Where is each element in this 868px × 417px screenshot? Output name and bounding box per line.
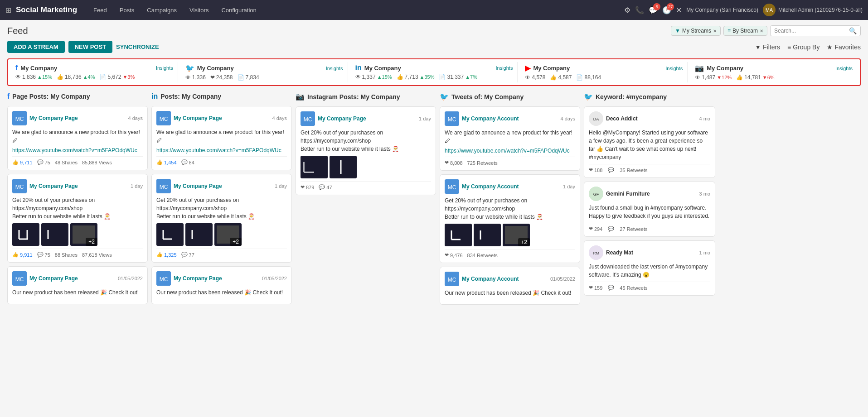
clock-icon[interactable]: 🕐 27 (662, 6, 671, 14)
tweet-footer: ❤188 💬 35 Retweets (589, 164, 710, 173)
stat-li-insights[interactable]: Insights (495, 65, 513, 71)
col-li-scroll[interactable]: MC My Company Page 4 days We are glad to… (151, 106, 292, 308)
tweet-card: DA Deco Addict 4 mo Hello @MyCompany! St… (584, 106, 715, 178)
add-stream-button[interactable]: ADD A STREAM (7, 41, 65, 53)
post-card: MC My Company Page 01/05/2022 Our new pr… (151, 266, 292, 304)
author-name[interactable]: My Company Page (174, 183, 222, 189)
filter-by-stream-close[interactable]: ✕ (760, 29, 763, 34)
author-name[interactable]: My Company Page (174, 115, 222, 121)
svg-text:MC: MC (15, 276, 24, 283)
filter-my-streams-close[interactable]: ✕ (713, 29, 717, 34)
yt-metric-1: 4,587 (558, 74, 572, 81)
author-name[interactable]: My Company Page (174, 275, 222, 282)
search-box[interactable]: 🔍 (770, 25, 861, 36)
col-header-tw: 🐦 Tweets of: My Company (440, 92, 580, 103)
filter-by-stream[interactable]: ≡ By Stream ✕ (723, 26, 767, 36)
col-header-fb: f Page Posts: My Company (7, 92, 148, 102)
tweet-text: Just found a small bug in #mycompany sof… (589, 204, 710, 220)
svg-rect-4 (15, 225, 37, 244)
tweet-header: DA Deco Addict 4 mo (589, 111, 710, 126)
svg-text:MC: MC (448, 116, 456, 123)
col-ig-icon: 📷 (296, 92, 305, 101)
post-link[interactable]: https://www.youtube.com/watch?v=m5FAPOdq… (156, 147, 287, 153)
stat-yt-insights[interactable]: Insights (665, 66, 683, 71)
post-views: 87,618 Views (82, 252, 112, 258)
tweet-author: DA Deco Addict (589, 111, 638, 126)
tweet-time: 1 mo (699, 250, 710, 255)
col-ig-scroll[interactable]: MC My Company Page 1 day Get 20% out of … (296, 106, 436, 199)
new-post-button[interactable]: NEW POST (68, 41, 112, 53)
filter-my-streams[interactable]: ▼ My Streams ✕ (671, 26, 721, 36)
post-card: MC My Company Page 4 days We are glad to… (7, 106, 148, 170)
author-name[interactable]: My Company Account (462, 183, 519, 190)
nav-feed[interactable]: Feed (88, 4, 112, 16)
col-tw-scroll[interactable]: MC My Company Account 4 days We are glad… (440, 106, 580, 308)
tw-metric-0: 1,336 (192, 74, 206, 81)
post-views: 85,888 Views (82, 160, 112, 165)
tweet-footer: ❤294 💬 27 Retweets (589, 223, 710, 232)
settings-icon[interactable]: ⚙ (624, 6, 630, 14)
stat-fb-name: My Company (20, 65, 57, 72)
tweet-comments: 💬 (608, 226, 614, 232)
post-images (301, 156, 431, 178)
nav-configuration[interactable]: Configuration (216, 4, 262, 16)
sync-button[interactable]: SYNCHRONIZE (116, 43, 159, 50)
tweet-card: RM Ready Mat 1 mo Just downloaded the la… (584, 240, 715, 296)
top-nav: ⊞ Social Marketing Feed Posts Campaigns … (0, 0, 868, 20)
nav-campaigns[interactable]: Campaigns (141, 4, 182, 16)
tweet-comments: 💬 (608, 285, 614, 291)
svg-text:MC: MC (304, 116, 312, 123)
feed-filters: ▼ My Streams ✕ ≡ By Stream ✕ 🔍 (671, 25, 861, 36)
post-link[interactable]: https://www.youtube.com/watch?v=m5FAPOdq… (445, 148, 575, 154)
col-fb-title: Page Posts: My Company (12, 93, 90, 100)
stat-tw-insights[interactable]: Insights (326, 66, 343, 71)
filter-my-streams-label: My Streams (682, 28, 711, 34)
avatar: MC (12, 111, 27, 125)
col-tw-title: Tweets of: My Company (451, 93, 524, 101)
post-time: 01/05/2022 (550, 276, 575, 282)
favorites-btn[interactable]: ★ Favorites (827, 43, 861, 51)
tweet-author-name: Ready Mat (606, 249, 633, 256)
group-by-btn[interactable]: ≡ Group By (787, 43, 820, 51)
stat-card-twitter: 🐦 My Company Insights 👁1,336 ❤24,358 📄7,… (181, 62, 348, 82)
svg-text:MC: MC (160, 184, 168, 190)
author-name[interactable]: My Company Page (318, 115, 366, 122)
phone-icon[interactable]: 📞 (635, 6, 644, 14)
action-right: ▼ Filters ≡ Group By ★ Favorites (755, 43, 861, 51)
post-image (185, 223, 213, 246)
column-tw-tweets: 🐦 Tweets of: My Company MC My Company Ac… (440, 92, 580, 308)
col-keyword-scroll[interactable]: DA Deco Addict 4 mo Hello @MyCompany! St… (584, 106, 715, 299)
search-input[interactable] (774, 28, 849, 34)
stat-fb-insights[interactable]: Insights (156, 65, 173, 71)
post-image (41, 223, 68, 246)
post-time: 1 day (275, 183, 287, 189)
avatar: MC (12, 179, 27, 193)
post-text: Get 20% out of your purchases on https:/… (12, 196, 143, 220)
close-icon[interactable]: ✕ (676, 6, 682, 14)
chat-icon[interactable]: 💬 5 (649, 6, 658, 14)
col-fb-scroll[interactable]: MC My Company Page 4 days We are glad to… (7, 106, 148, 308)
company-name: My Company (San Francisco) (686, 7, 758, 13)
col-keyword-title: Keyword: #mycompany (596, 93, 667, 101)
main-content: Feed ▼ My Streams ✕ ≡ By Stream ✕ 🔍 ADD … (0, 20, 868, 314)
filters-btn[interactable]: ▼ Filters (755, 43, 780, 51)
author-name[interactable]: My Company Page (29, 115, 78, 121)
col-li-title: Posts: My Company (160, 93, 221, 100)
search-icon[interactable]: 🔍 (849, 27, 857, 34)
grid-icon[interactable]: ⊞ (5, 6, 11, 14)
author-name[interactable]: My Company Page (29, 275, 78, 282)
post-image (301, 156, 328, 178)
filters-label: Filters (763, 43, 780, 51)
nav-visitors[interactable]: Visitors (184, 4, 214, 16)
post-text: We are glad to announce a new product fo… (445, 129, 575, 145)
stat-ig-insights[interactable]: Insights (835, 66, 853, 71)
post-link[interactable]: https://www.youtube.com/watch?v=m5FAPOdq… (12, 147, 143, 153)
nav-posts[interactable]: Posts (114, 4, 140, 16)
author-name[interactable]: My Company Account (462, 276, 519, 282)
avatar: RM (589, 245, 603, 260)
author-name[interactable]: My Company Account (462, 115, 519, 122)
chat-badge: 5 (653, 3, 660, 10)
svg-rect-30 (336, 156, 350, 178)
post-text: Our new product has been released 🎉 Chec… (156, 288, 287, 297)
author-name[interactable]: My Company Page (29, 183, 78, 189)
